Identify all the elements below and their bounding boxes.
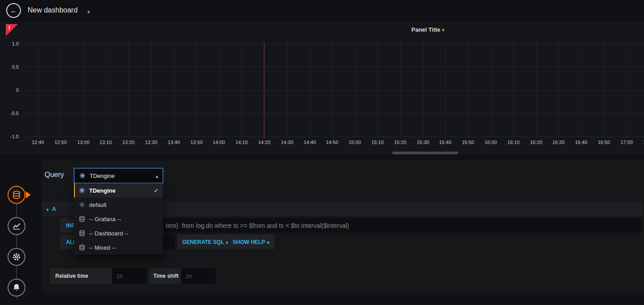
grid-line-vertical: [287, 41, 287, 138]
panel-error-corner[interactable]: [6, 24, 18, 36]
datasource-option[interactable]: TDengine: [74, 183, 163, 198]
triangle-right-icon: [265, 239, 270, 245]
active-tab-arrow-icon: [26, 191, 31, 198]
x-axis-label: 12:50: [49, 140, 72, 145]
datasource-option-label: -- Mixed --: [89, 244, 115, 251]
grid-line-vertical: [491, 41, 491, 138]
datasource-select-value: TDengine: [90, 173, 115, 179]
x-axis-label: 16:00: [480, 140, 502, 145]
tab-alert[interactable]: [8, 279, 25, 297]
x-axis-label: 14:50: [321, 140, 343, 145]
bell-icon: [12, 283, 21, 292]
grid-line-vertical: [423, 41, 423, 138]
x-axis-label: 16:20: [525, 140, 547, 145]
x-axis-label: 15:10: [366, 140, 389, 145]
query-section-label: Query: [45, 171, 64, 179]
x-axis-label: 13:50: [185, 140, 208, 145]
grid-line-vertical: [310, 41, 310, 138]
app-root: New dashboard ! Panel Title 1.00.50-0.5-…: [0, 0, 644, 305]
grid-line-vertical: [445, 41, 446, 138]
datasource-option[interactable]: -- Dashboard --: [74, 226, 163, 240]
panel-error-mark: !: [8, 25, 10, 31]
y-axis-label: 1.0: [3, 41, 19, 46]
grid-line-vertical: [197, 41, 197, 138]
database-icon: [78, 244, 85, 251]
sql-input-field[interactable]: tem) from log.dn where ts >= $from and t…: [102, 218, 642, 233]
grid-line-horizontal: [25, 67, 644, 67]
database-icon: [78, 216, 85, 222]
grid-line-vertical: [400, 41, 401, 138]
grid-line-vertical: [355, 41, 355, 138]
x-axis-label: 14:00: [208, 140, 230, 145]
sql-query-text: tem) from log.dn where ts >= $from and t…: [166, 222, 349, 229]
x-axis-label: 13:10: [94, 140, 117, 145]
grid-line-vertical: [219, 41, 219, 138]
grid-line-vertical: [61, 41, 61, 138]
grid-line-vertical: [174, 41, 174, 138]
y-axis-label: 0: [3, 87, 19, 93]
x-axis-label: 15:40: [434, 140, 456, 145]
grid-line-vertical: [558, 41, 559, 138]
collapse-caret-icon: [46, 205, 49, 213]
dashboard-title[interactable]: New dashboard: [28, 6, 78, 14]
grid-line-vertical: [264, 41, 265, 138]
y-axis-label: 0.5: [3, 64, 19, 70]
grid-line-vertical: [468, 41, 468, 138]
time-shift-label: Time shift: [149, 268, 181, 284]
grid-line-horizontal: [25, 113, 644, 114]
default-ds-icon: [78, 202, 85, 208]
check-icon: [154, 187, 159, 194]
grid-line-vertical: [627, 41, 627, 138]
x-axis-label: 16:30: [547, 140, 570, 145]
x-axis-label: 15:00: [344, 140, 366, 145]
grid-line-vertical: [151, 41, 152, 138]
x-axis-label: 13:30: [140, 140, 162, 145]
grid-line-vertical: [242, 41, 242, 138]
y-axis-label: -0.5: [3, 111, 19, 116]
x-axis-label: 16:50: [593, 140, 615, 145]
x-axis-label: 17:00: [615, 140, 638, 145]
datasource-option[interactable]: -- Grafana --: [74, 212, 163, 226]
datasource-menu: TDenginedefault-- Grafana ---- Dashboard…: [74, 183, 163, 255]
chevron-up-icon: [156, 172, 158, 180]
grid-line-vertical: [377, 41, 378, 138]
datasource-option-label: -- Grafana --: [89, 216, 121, 223]
grid-line-vertical: [332, 41, 332, 138]
x-axis-label: 13:40: [163, 140, 185, 145]
graph-icon: [12, 222, 21, 231]
show-help-button[interactable]: SHOW HELP: [228, 235, 275, 249]
relative-time-input[interactable]: [112, 268, 147, 284]
database-icon: [78, 230, 85, 236]
database-icon: [12, 190, 21, 199]
time-shift-input[interactable]: [181, 268, 216, 284]
tdengine-icon: [78, 187, 85, 194]
x-axis-label: 14:40: [299, 140, 321, 145]
datasource-option[interactable]: -- Mixed --: [74, 240, 163, 255]
grid-line-horizontal: [25, 136, 644, 137]
dashboard-title-caret-icon[interactable]: [87, 8, 90, 16]
tab-general[interactable]: [8, 248, 25, 266]
horizontal-scrollbar-thumb[interactable]: [392, 152, 458, 154]
grid-line-vertical: [106, 41, 106, 138]
generate-sql-button[interactable]: GENERATE SQL: [177, 235, 234, 249]
grid-line-vertical: [83, 41, 84, 138]
annotation-vline: [264, 43, 264, 139]
tdengine-icon: [79, 173, 86, 179]
datasource-option[interactable]: default: [74, 198, 163, 212]
panel-title[interactable]: Panel Title: [383, 26, 472, 33]
x-axis-label: 16:40: [570, 140, 592, 145]
query-row-a-label: A: [52, 206, 56, 212]
grid-line-vertical: [604, 41, 604, 138]
back-button[interactable]: [6, 3, 21, 18]
x-axis-label: 14:20: [253, 140, 275, 145]
tab-visualization[interactable]: [8, 217, 25, 235]
grid-line-vertical: [536, 41, 537, 138]
x-axis-label: 14:30: [276, 140, 298, 145]
x-axis-label: 15:50: [457, 140, 479, 145]
back-icon: [10, 7, 17, 15]
chart-panel: ! Panel Title 1.00.50-0.5-1.012:4012:501…: [0, 22, 644, 154]
datasource-option-label: -- Dashboard --: [89, 230, 128, 237]
grid-line-vertical: [581, 41, 582, 138]
tab-queries[interactable]: [8, 186, 25, 204]
datasource-select[interactable]: TDengine: [74, 168, 163, 183]
